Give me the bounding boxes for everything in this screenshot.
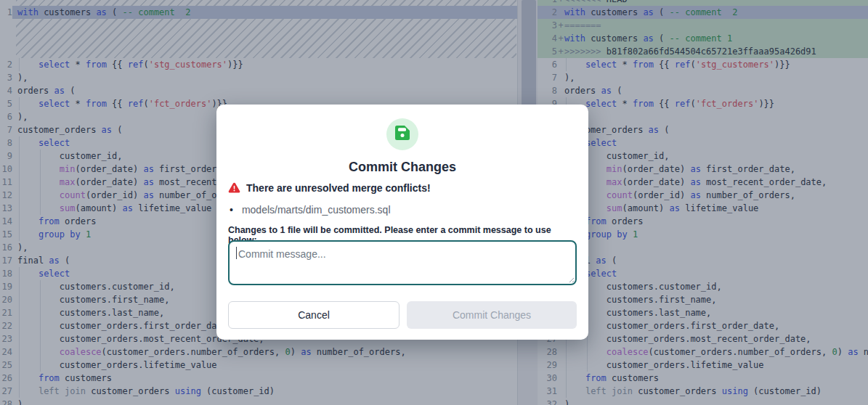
save-icon-badge xyxy=(386,118,418,150)
commit-changes-modal: Commit Changes There are unresolved merg… xyxy=(216,105,588,340)
bullet: • xyxy=(230,204,233,216)
commit-message-wrap xyxy=(228,240,577,285)
modal-footer: Cancel Commit Changes xyxy=(228,301,577,329)
commit-message-input[interactable] xyxy=(228,240,577,285)
save-icon xyxy=(394,125,410,144)
text-caret xyxy=(236,247,237,259)
merge-conflict-warning: There are unresolved merge conflicts! xyxy=(228,181,577,194)
conflict-file-item: • models/marts/dim_customers.sql xyxy=(230,204,577,216)
cancel-button[interactable]: Cancel xyxy=(228,301,399,329)
commit-changes-button[interactable]: Commit Changes xyxy=(407,301,577,329)
conflict-file-path: models/marts/dim_customers.sql xyxy=(242,204,391,216)
warning-triangle-icon xyxy=(228,181,240,194)
modal-title: Commit Changes xyxy=(216,160,588,175)
ide-screen: 1with customers as ( -- comment 22 selec… xyxy=(0,0,868,405)
warning-text: There are unresolved merge conflicts! xyxy=(246,182,431,194)
